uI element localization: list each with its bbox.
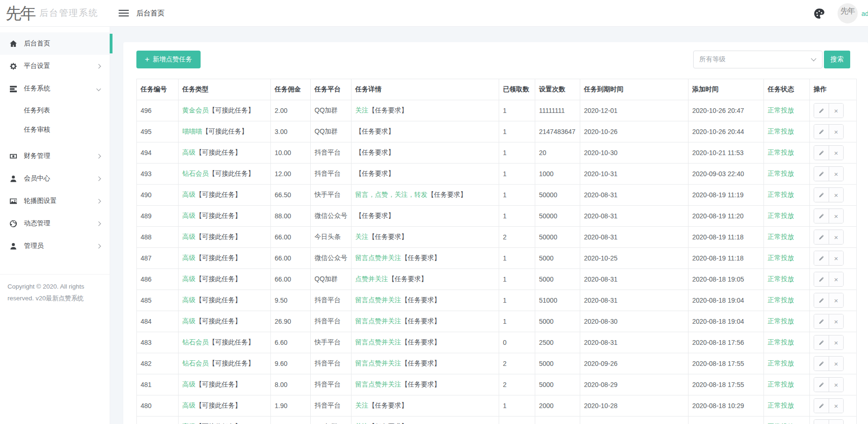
cell-commission: 9.50 [271,290,311,311]
sidebar-item-label: 财务管理 [24,152,97,160]
task-type-level: 黄金会员 [182,106,209,114]
table-row: 484高级【可接此任务】26.90抖音平台留言点赞并关注【任务要求】150002… [137,311,857,332]
detail-actions: 留言，点赞，关注，转发 [355,191,427,198]
cell-operations: × [810,353,857,374]
edit-button[interactable] [814,125,829,139]
task-type-suffix: 【可接此任务】 [209,170,254,177]
edit-button[interactable] [814,335,829,350]
delete-button[interactable]: × [829,399,843,413]
table-row: 481高级【可接此任务】8.00抖音平台留言点赞并关注【任务要求】2500020… [137,374,857,395]
cell-operations: × [810,206,857,227]
task-type-suffix: 【可接此任务】 [195,275,241,283]
sidebar-subitem-任务审核[interactable]: 任务审核 [0,120,110,139]
table-row: 496黄金会员【可接此任务】2.00QQ加群关注【任务要求】1111111112… [137,100,857,121]
edit-button[interactable] [814,420,829,424]
delete-button[interactable]: × [829,209,843,223]
cell-set-times: 50000 [535,206,580,227]
edit-button[interactable] [814,378,829,392]
delete-button[interactable]: × [829,272,843,286]
cell-deadline: 2020-08-29 [580,374,688,395]
cell-detail: 留言点赞并关注【任务要求】 [352,332,499,353]
cell-added-time: 2020-08-18 17:56 [688,332,764,353]
task-type-suffix: 【可接此任务】 [195,317,241,325]
delete-button[interactable]: × [829,378,843,392]
hamburger-menu-icon[interactable] [119,10,129,17]
sidebar-item-任务系统[interactable]: 任务系统 [0,77,110,100]
cell-detail: 【任务要求】 [352,142,499,164]
delete-button[interactable]: × [829,104,843,118]
row-action-group: × [814,419,844,424]
delete-button[interactable]: × [829,230,843,244]
cell-set-times: 50000 [535,227,580,248]
edit-button[interactable] [814,272,829,286]
sidebar-item-轮播图设置[interactable]: 轮播图设置 [0,190,110,212]
detail-actions: 点赞并关注 [355,275,388,283]
delete-button[interactable]: × [829,357,843,371]
level-filter-select[interactable]: 所有等级 [693,51,823,68]
edit-button[interactable] [814,399,829,413]
status-badge: 正常投放 [768,127,794,135]
edit-button[interactable] [814,230,829,244]
row-action-group: × [814,230,844,245]
cell-commission: 12.00 [271,164,311,185]
delete-button[interactable]: × [829,314,843,328]
cell-task-type: 高级【可接此任务】 [179,417,271,424]
delete-button[interactable]: × [829,251,843,265]
status-badge: 正常投放 [768,359,794,367]
detail-actions: 留言点赞并关注 [355,296,401,304]
cell-set-times: 5000 [535,374,580,395]
edit-button[interactable] [814,251,829,265]
cell-task-id: 496 [137,100,179,121]
edit-button[interactable] [814,293,829,307]
sidebar-item-财务管理[interactable]: 财务管理 [0,145,110,167]
edit-button[interactable] [814,209,829,223]
cell-operations: × [810,269,857,290]
sidebar-item-会员中心[interactable]: 会员中心 [0,167,110,190]
delete-button[interactable]: × [829,335,843,350]
edit-button[interactable] [814,104,829,118]
cell-received-count: 1 [499,311,535,332]
delete-button[interactable]: × [829,167,843,181]
carousel-icon [9,197,17,205]
edit-button[interactable] [814,357,829,371]
user-avatar[interactable]: 先年 [838,3,858,23]
cell-operations: × [810,332,857,353]
sidebar-item-平台设置[interactable]: 平台设置 [0,55,110,77]
cell-received-count: 1 [499,248,535,269]
cell-detail: 留言点赞并关注【任务要求】 [352,311,499,332]
sidebar-item-label: 轮播图设置 [24,197,97,205]
row-action-group: × [814,166,844,181]
edit-button[interactable] [814,167,829,181]
cell-received-count: 1 [499,100,535,121]
cell-set-times: 51000 [535,290,580,311]
search-button[interactable]: 搜索 [824,51,850,68]
delete-button[interactable]: × [829,146,843,160]
cell-operations: × [810,185,857,206]
delete-button[interactable]: × [829,293,843,307]
edit-button[interactable] [814,314,829,328]
task-table: 任务编号任务类型任务佣金任务平台任务详情已领取数设置次数任务到期时间添加时间任务… [136,79,857,424]
username[interactable]: admin [861,10,868,17]
delete-button[interactable]: × [829,125,843,139]
theme-palette-icon[interactable] [813,7,825,20]
sidebar-item-管理员[interactable]: 管理员 [0,235,110,257]
gear-icon [9,62,17,70]
sidebar-item-动态管理[interactable]: 动态管理 [0,212,110,235]
cell-set-times: 11111111 [535,100,580,121]
cell-commission: 66.00 [271,269,311,290]
chevron-right-icon [97,199,101,203]
cell-status: 正常投放 [764,395,810,417]
sidebar-item-后台首页[interactable]: 后台首页 [0,32,110,55]
cell-received-count: 1 [499,290,535,311]
add-task-button[interactable]: + 新增点赞任务 [136,51,201,68]
cell-status: 正常投放 [764,374,810,395]
cell-detail: 【任务要求】 [352,206,499,227]
brand-logo: 先年 后台管理系统 [0,0,110,26]
table-row: 489高级【可接此任务】88.00微信公众号【任务要求】1500002020-0… [137,206,857,227]
delete-button[interactable]: × [829,188,843,202]
chevron-right-icon [97,176,101,181]
delete-button[interactable]: × [829,420,843,424]
sidebar-subitem-任务列表[interactable]: 任务列表 [0,101,110,120]
edit-button[interactable] [814,188,829,202]
edit-button[interactable] [814,146,829,160]
